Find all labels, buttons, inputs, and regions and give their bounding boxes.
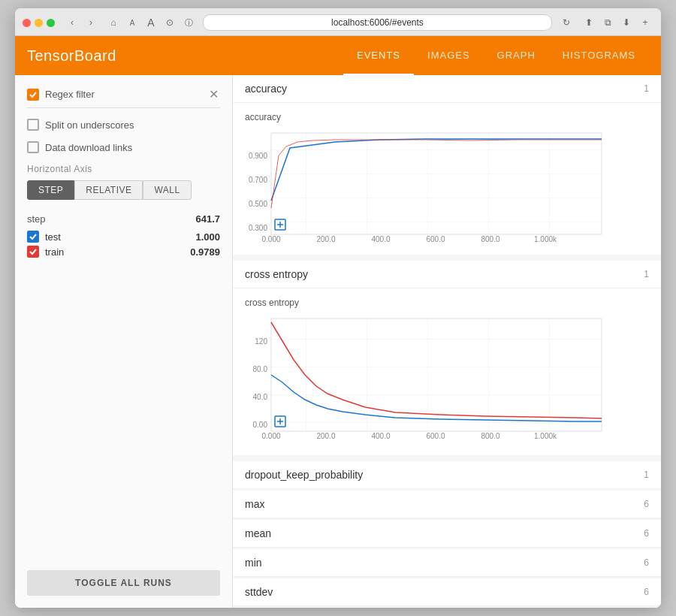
regex-filter-label: Regex filter [45,89,207,100]
svg-text:800.0: 800.0 [481,235,499,243]
clear-filter-button[interactable]: ✕ [207,87,220,101]
cross-entropy-chart-container: cross entropy 0.00 40.0 80.0 [233,288,661,455]
browser-navigation: ‹ › [64,14,99,31]
back-button[interactable]: ‹ [64,14,80,31]
duplicate-button[interactable]: ⧉ [599,14,616,31]
browser-actions-left: ⌂ A A ⊙ ⓘ [105,14,197,31]
run-checkbox-test[interactable] [27,231,39,243]
axis-wall-button[interactable]: WALL [143,180,191,200]
split-underscores-checkbox[interactable] [27,119,39,131]
run-row-train: train 0.9789 [27,244,220,259]
split-underscores-label: Split on underscores [45,119,134,131]
info-button[interactable]: ⓘ [180,14,197,31]
dropout-count: 1 [644,470,649,480]
axis-step-button[interactable]: STEP [27,180,74,200]
svg-text:600.0: 600.0 [426,432,445,440]
min-row: min 6 [233,549,661,577]
max-title: max [245,498,264,510]
regex-filter-row: Regex filter ✕ [27,87,220,108]
axis-buttons: STEP RELATIVE WALL [27,180,220,200]
forward-button[interactable]: › [83,14,99,31]
run-val-train: 0.9789 [190,246,220,258]
tab-events[interactable]: EVENTS [343,36,414,75]
max-count: 6 [644,499,649,509]
accuracy-chart-svg: 0.300 0.500 0.700 0.900 0.000 200.0 400.… [245,125,613,246]
accuracy-chart-label: accuracy [245,112,649,122]
nav-tabs: EVENTS IMAGES GRAPH HISTOGRAMS [343,36,649,75]
max-row: max 6 [233,491,661,518]
svg-text:200.0: 200.0 [316,235,335,243]
minimize-window-button[interactable] [35,19,43,27]
run-label-train: train [45,246,184,258]
horizontal-axis-section: Horizontal Axis STEP RELATIVE WALL [27,164,220,200]
accuracy-header: accuracy 1 [233,75,661,103]
browser-actions-right: ⬆ ⧉ ⬇ + [581,14,653,31]
sttdev-count: 6 [644,587,649,597]
tab-images[interactable]: IMAGES [414,36,484,75]
address-bar[interactable]: localhost:6006/#events [203,14,552,31]
cross-entropy-chart-svg: 0.00 40.0 80.0 120 0.000 200.0 400.0 600… [245,311,613,446]
app-body: Regex filter ✕ Split on underscores Data… [15,75,661,608]
svg-text:400.0: 400.0 [371,432,390,440]
run-val-test: 1.000 [195,231,220,243]
main-panel: accuracy 1 accuracy [233,75,661,608]
svg-text:0.500: 0.500 [249,200,267,208]
bookmark-button[interactable]: ⊙ [161,14,178,31]
svg-text:0.900: 0.900 [249,152,267,160]
app-header: TensorBoard EVENTS IMAGES GRAPH HISTOGRA… [15,36,661,75]
tab-histograms[interactable]: HISTOGRAMS [549,36,649,75]
svg-text:40.0: 40.0 [253,393,268,401]
font-small-button[interactable]: A [124,14,140,31]
cross-entropy-title: cross entropy [245,268,308,280]
cross-entropy-chart-area: 0.00 40.0 80.0 120 0.000 200.0 400.0 600… [245,311,649,446]
data-download-row: Data download links [27,141,220,153]
check-icon-test [29,233,37,240]
svg-text:80.0: 80.0 [253,365,268,373]
cross-entropy-count: 1 [644,269,649,279]
svg-text:120: 120 [255,337,267,346]
reload-button[interactable]: ↻ [558,14,575,31]
split-underscores-row: Split on underscores [27,119,220,131]
regex-filter-checkbox[interactable] [27,89,39,101]
mean-count: 6 [644,528,649,539]
maximize-window-button[interactable] [47,19,55,27]
svg-text:600.0: 600.0 [426,235,445,243]
svg-text:800.0: 800.0 [481,432,499,440]
download-button[interactable]: ⬇ [618,14,635,31]
dropout-title: dropout_keep_probability [245,469,363,481]
data-download-label: Data download links [45,142,132,153]
accuracy-chart-container: accuracy 0.300 0.500 [233,103,661,255]
data-download-checkbox[interactable] [27,141,39,153]
check-icon [29,91,37,98]
close-window-button[interactable] [23,19,31,27]
home-button[interactable]: ⌂ [105,14,122,31]
traffic-lights [23,19,55,27]
min-count: 6 [644,557,649,568]
add-tab-button[interactable]: + [637,14,653,31]
axis-relative-button[interactable]: RELATIVE [74,180,143,200]
accuracy-chart-area: 0.300 0.500 0.700 0.900 0.000 200.0 400.… [245,125,649,246]
accuracy-count: 1 [644,83,649,94]
svg-text:0.000: 0.000 [261,235,280,243]
tab-graph[interactable]: GRAPH [484,36,549,75]
run-label-test: test [45,231,189,243]
axis-section-label: Horizontal Axis [27,164,220,174]
svg-text:0.000: 0.000 [261,432,280,440]
step-section: step 641.7 test 1.000 [27,213,220,259]
svg-text:0.300: 0.300 [249,224,267,232]
run-row-test: test 1.000 [27,229,220,244]
share-button[interactable]: ⬆ [581,14,597,31]
cross-entropy-header: cross entropy 1 [233,261,661,288]
toggle-all-runs-button[interactable]: TOGGLE ALL RUNS [27,570,220,596]
sttdev-row: sttdev 6 [233,578,661,606]
svg-text:0.00: 0.00 [253,421,268,429]
run-checkbox-train[interactable] [27,246,39,258]
browser-chrome: ‹ › ⌂ A A ⊙ ⓘ localhost:6006/#events ↻ ⬆… [15,8,661,36]
mean-row: mean 6 [233,520,661,548]
step-header: step 641.7 [27,213,220,225]
accuracy-title: accuracy [245,83,287,95]
svg-text:1.000k: 1.000k [534,432,557,440]
font-large-button[interactable]: A [143,14,159,31]
svg-text:200.0: 200.0 [316,432,335,440]
sidebar: Regex filter ✕ Split on underscores Data… [15,75,233,608]
